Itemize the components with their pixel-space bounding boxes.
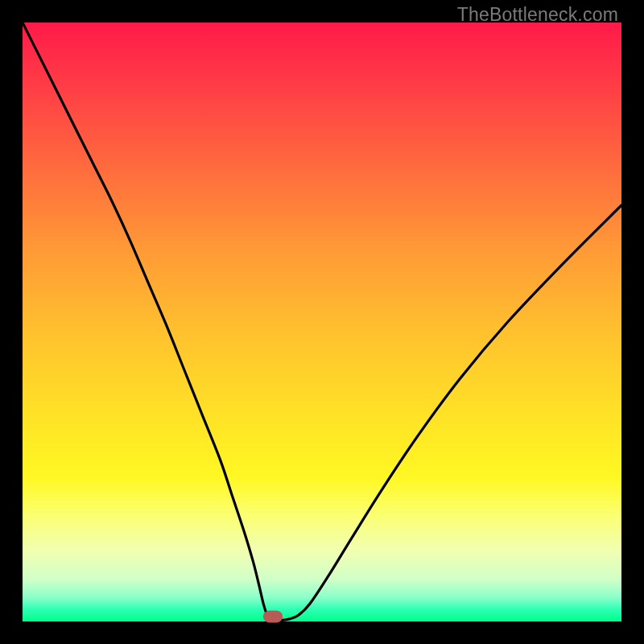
plot-area: [23, 23, 621, 621]
bottleneck-curve: [23, 23, 621, 621]
optimal-point-marker: [263, 611, 283, 623]
chart-frame: TheBottleneck.com: [0, 0, 644, 644]
